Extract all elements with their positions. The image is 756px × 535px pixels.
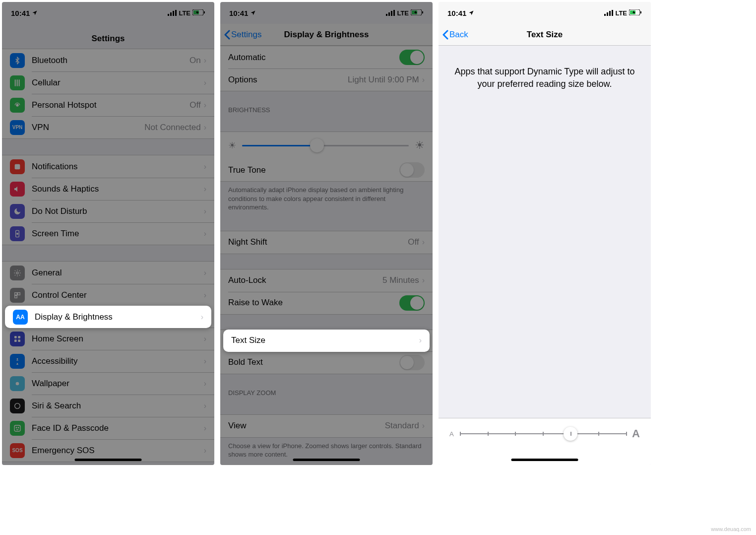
row-label: Personal Hotspot bbox=[32, 100, 189, 110]
row-label: Accessibility bbox=[32, 356, 204, 366]
options-row[interactable]: Options Light Until 9:00 PM › bbox=[220, 68, 433, 91]
settings-row-general[interactable]: General › bbox=[2, 262, 214, 284]
automatic-row[interactable]: Automatic bbox=[220, 46, 433, 68]
row-label: Wallpaper bbox=[32, 379, 204, 389]
row-label: Display & Brightness bbox=[35, 312, 201, 322]
textsize-slider[interactable] bbox=[460, 433, 626, 434]
row-value: Light Until 9:00 PM bbox=[348, 75, 419, 85]
chevron-right-icon: › bbox=[204, 123, 206, 132]
home-icon bbox=[10, 332, 25, 346]
settings-row-cellular[interactable]: Cellular › bbox=[2, 71, 214, 94]
truetone-toggle[interactable] bbox=[399, 162, 425, 178]
chevron-right-icon: › bbox=[204, 56, 206, 65]
bluetooth-icon bbox=[10, 53, 25, 68]
chevron-right-icon: › bbox=[204, 446, 206, 455]
nightshift-row[interactable]: Night Shift Off › bbox=[220, 231, 433, 254]
svg-rect-35 bbox=[604, 14, 606, 16]
back-label: Settings bbox=[231, 30, 261, 40]
row-label: Do Not Disturb bbox=[32, 206, 204, 216]
svg-rect-0 bbox=[168, 14, 169, 16]
settings-row-display-brightness[interactable]: AA Display & Brightness › bbox=[5, 306, 211, 328]
truetone-row[interactable]: True Tone bbox=[220, 159, 433, 181]
row-label: Automatic bbox=[228, 53, 399, 63]
row-label: Face ID & Passcode bbox=[32, 423, 204, 433]
back-button[interactable]: Back bbox=[442, 30, 468, 40]
page-title: Display & Brightness bbox=[284, 30, 369, 40]
chevron-left-icon bbox=[442, 30, 448, 40]
settings-row-sounds-haptics[interactable]: Sounds & Haptics › bbox=[2, 178, 214, 200]
location-icon bbox=[468, 10, 474, 16]
svg-rect-19 bbox=[18, 336, 20, 338]
row-label: Cellular bbox=[32, 78, 204, 88]
chevron-right-icon: › bbox=[204, 229, 206, 238]
control-icon bbox=[10, 288, 25, 303]
back-button[interactable]: Settings bbox=[224, 30, 261, 40]
row-label: Sounds & Haptics bbox=[32, 184, 204, 194]
wallpaper-icon bbox=[10, 376, 25, 391]
description-text: Apps that support Dynamic Type will adju… bbox=[439, 46, 651, 110]
hotspot-icon bbox=[10, 98, 25, 113]
svg-rect-18 bbox=[14, 336, 17, 338]
chevron-right-icon: › bbox=[422, 421, 425, 430]
settings-row-siri-search[interactable]: Siri & Search › bbox=[2, 395, 214, 417]
row-label: Screen Time bbox=[32, 229, 204, 239]
svg-rect-29 bbox=[388, 12, 390, 16]
bold-toggle[interactable] bbox=[399, 355, 425, 370]
location-icon bbox=[32, 10, 38, 16]
svg-rect-25 bbox=[14, 425, 20, 431]
svg-rect-21 bbox=[18, 339, 20, 342]
settings-row-bluetooth[interactable]: Bluetooth On › bbox=[2, 49, 214, 71]
settings-row-vpn[interactable]: VPN VPN Not Connected › bbox=[2, 116, 214, 138]
view-row[interactable]: View Standard › bbox=[220, 415, 433, 437]
row-label: Bluetooth bbox=[32, 56, 189, 66]
chevron-right-icon: › bbox=[204, 185, 206, 194]
settings-row-home-screen[interactable]: Home Screen › bbox=[2, 328, 214, 350]
settings-row-do-not-disturb[interactable]: Do Not Disturb › bbox=[2, 200, 214, 222]
home-indicator[interactable] bbox=[511, 459, 578, 461]
svg-point-14 bbox=[16, 272, 18, 274]
chevron-right-icon: › bbox=[204, 334, 206, 343]
textsize-row[interactable]: Text Size › bbox=[223, 330, 430, 352]
settings-row-notifications[interactable]: Notifications › bbox=[2, 155, 214, 178]
automatic-toggle[interactable] bbox=[399, 50, 425, 65]
brightness-slider[interactable] bbox=[242, 145, 409, 146]
chevron-right-icon: › bbox=[201, 313, 203, 322]
row-label: Night Shift bbox=[228, 237, 408, 247]
battery-icon bbox=[411, 9, 424, 17]
battery-icon bbox=[629, 9, 642, 17]
svg-rect-1 bbox=[170, 12, 172, 16]
watermark: www.deuaq.com bbox=[711, 526, 751, 532]
settings-row-face-id-passcode[interactable]: Face ID & Passcode › bbox=[2, 417, 214, 439]
settings-row-personal-hotspot[interactable]: Personal Hotspot Off › bbox=[2, 94, 214, 116]
autolock-row[interactable]: Auto-Lock 5 Minutes › bbox=[220, 269, 433, 292]
chevron-left-icon bbox=[224, 30, 230, 40]
zoom-header: DISPLAY ZOOM bbox=[220, 386, 433, 400]
raise-toggle[interactable] bbox=[399, 295, 425, 311]
sun-small-icon: ☀︎ bbox=[228, 140, 236, 151]
settings-row-control-center[interactable]: Control Center › bbox=[2, 284, 214, 306]
signal-icon bbox=[604, 10, 613, 16]
display-brightness-screen: 10:41 LTE Settings Display & Brightness … bbox=[220, 2, 433, 465]
svg-point-23 bbox=[16, 382, 19, 385]
boldtext-row[interactable]: Bold Text bbox=[220, 351, 433, 374]
row-label: Text Size bbox=[231, 335, 419, 345]
svg-rect-17 bbox=[15, 295, 17, 298]
chevron-right-icon: › bbox=[204, 357, 206, 366]
settings-row-screen-time[interactable]: Screen Time › bbox=[2, 222, 214, 245]
settings-row-accessibility[interactable]: Accessibility › bbox=[2, 350, 214, 372]
svg-rect-34 bbox=[422, 11, 423, 13]
raise-row[interactable]: Raise to Wake bbox=[220, 292, 433, 314]
chevron-right-icon: › bbox=[204, 268, 206, 277]
svg-rect-28 bbox=[386, 14, 387, 16]
home-indicator[interactable] bbox=[75, 459, 142, 461]
row-label: Home Screen bbox=[32, 334, 204, 344]
row-label: Notifications bbox=[32, 162, 204, 172]
svg-rect-8 bbox=[17, 79, 18, 86]
svg-rect-20 bbox=[14, 339, 17, 342]
settings-row-wallpaper[interactable]: Wallpaper › bbox=[2, 372, 214, 395]
row-value: Off bbox=[189, 100, 200, 110]
home-indicator[interactable] bbox=[293, 459, 360, 461]
settings-screen: 10:41 LTE Settings Bluetooth On › Cellul… bbox=[2, 2, 214, 465]
chevron-right-icon: › bbox=[204, 101, 206, 110]
network-label: LTE bbox=[179, 9, 190, 17]
